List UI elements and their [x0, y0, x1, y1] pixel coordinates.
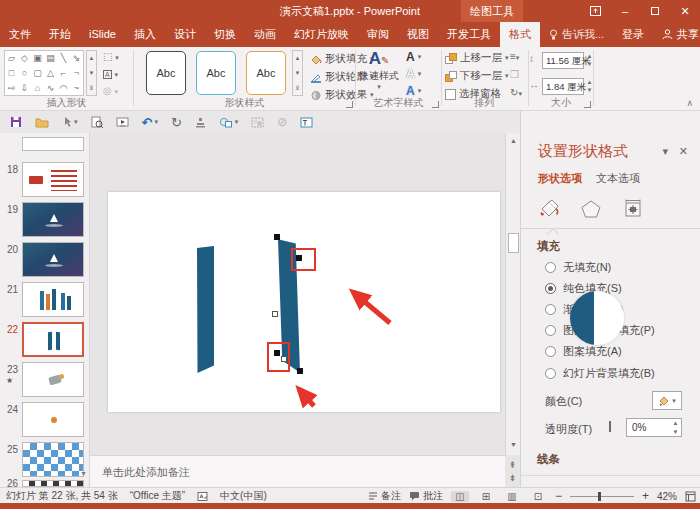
- tab-animations[interactable]: 动画: [245, 22, 285, 47]
- text-outline-button[interactable]: A▾: [406, 67, 421, 81]
- tell-me-box[interactable]: 告诉我...: [540, 22, 613, 47]
- shape-textbox-icon[interactable]: ▣: [31, 51, 44, 66]
- zoom-in-button[interactable]: +: [642, 489, 649, 503]
- previous-slide-button[interactable]: ⇞: [507, 460, 518, 470]
- undo-button[interactable]: ↶▾: [142, 115, 158, 130]
- tab-view[interactable]: 视图: [398, 22, 438, 47]
- shape-width-field[interactable]: ↔ 1.84 厘米 ▲▼: [529, 78, 593, 95]
- shape-scribble-icon[interactable]: ∿: [44, 80, 57, 95]
- slide-sorter-view-button[interactable]: ⊞: [477, 491, 495, 502]
- transparency-steppers[interactable]: ▲▼: [671, 419, 680, 437]
- touch-mode-button[interactable]: ▾: [62, 116, 78, 128]
- shape-gallery[interactable]: ▱◇▣▤╲⇘ □○▢△⌐¬ ⇨⇩⌂∿◠~: [4, 50, 84, 96]
- shape-elbow2-icon[interactable]: ¬: [70, 66, 83, 81]
- shape-styles-scroll[interactable]: ▲▼⊻: [292, 50, 303, 96]
- thumbnail-slide-20[interactable]: [22, 242, 84, 277]
- merge-shapes-button[interactable]: ◎ ▾: [103, 85, 118, 96]
- selection-handle-mid-left[interactable]: [272, 311, 278, 317]
- selection-handle-bottom-right[interactable]: [297, 368, 303, 374]
- tab-file[interactable]: 文件: [0, 22, 40, 47]
- slide-22-canvas[interactable]: [108, 192, 500, 412]
- draw-textbox-button[interactable]: A ▾: [103, 68, 118, 79]
- thumbnail-slide-17-partial[interactable]: [22, 137, 84, 151]
- stamp-button[interactable]: [195, 117, 206, 128]
- fill-color-button[interactable]: ▾: [652, 391, 682, 410]
- shape-down-arrow-icon[interactable]: ⇩: [18, 80, 31, 95]
- zoom-percentage[interactable]: 42%: [657, 491, 677, 502]
- fill-option-background[interactable]: 幻灯片背景填充(B): [545, 366, 655, 380]
- thumbnail-slide-25[interactable]: [22, 442, 84, 477]
- shape-right-arrow-icon[interactable]: ⇨: [5, 80, 18, 95]
- scroll-up-button[interactable]: ▲: [508, 137, 519, 144]
- fill-option-solid[interactable]: 纯色填充(S): [545, 281, 622, 295]
- size-properties-icon[interactable]: [619, 195, 647, 223]
- thumbnail-slide-18[interactable]: [22, 162, 84, 197]
- disabled-tool-button[interactable]: ⊘: [277, 115, 287, 129]
- thumbnail-slide-24[interactable]: [22, 402, 84, 437]
- start-slideshow-button[interactable]: [116, 117, 129, 128]
- shape-arc-icon[interactable]: ◠: [57, 80, 70, 95]
- shape-style-preview-1[interactable]: Abc: [146, 51, 186, 95]
- sign-in-button[interactable]: 登录: [613, 22, 653, 47]
- insert-shapes-button[interactable]: ▾: [219, 117, 239, 128]
- shape-styles-dialog-launcher[interactable]: [346, 101, 353, 108]
- thumbnail-slide-23[interactable]: [22, 362, 84, 397]
- thumbnail-scroll-down-button[interactable]: ▼: [80, 470, 87, 477]
- slide-counter[interactable]: 幻灯片 第 22 张, 共 54 张: [6, 489, 118, 503]
- open-button[interactable]: [35, 117, 49, 128]
- scroll-down-button[interactable]: ▼: [508, 441, 519, 448]
- reading-view-button[interactable]: ▥: [503, 491, 521, 502]
- tab-format[interactable]: 格式: [500, 22, 540, 47]
- close-button[interactable]: ✕: [670, 0, 700, 22]
- normal-view-button[interactable]: ◫: [451, 491, 469, 502]
- shape-oval-icon[interactable]: ○: [18, 66, 31, 81]
- shape-gallery-scroll[interactable]: ▲▼⊻: [86, 50, 97, 96]
- minimize-button[interactable]: –: [610, 0, 640, 22]
- fill-option-none[interactable]: 无填充(N): [545, 260, 611, 274]
- slideshow-view-button[interactable]: ⊡: [529, 491, 547, 502]
- notes-toggle-button[interactable]: 备注: [368, 489, 401, 503]
- print-preview-button[interactable]: [91, 116, 103, 128]
- bring-forward-button[interactable]: 上移一层▾: [445, 51, 509, 65]
- thumbnail-slide-21[interactable]: [22, 282, 84, 317]
- shape-frame-icon[interactable]: ▤: [44, 51, 57, 66]
- transparency-slider[interactable]: [609, 421, 611, 432]
- group-button[interactable]: [251, 117, 264, 128]
- tab-transitions[interactable]: 切换: [205, 22, 245, 47]
- tab-text-options[interactable]: 文本选项: [596, 171, 640, 186]
- tab-design[interactable]: 设计: [165, 22, 205, 47]
- tab-slideshow[interactable]: 幻灯片放映: [285, 22, 358, 47]
- tab-review[interactable]: 审阅: [358, 22, 398, 47]
- save-button[interactable]: [10, 116, 22, 128]
- share-button[interactable]: 共享: [653, 22, 700, 47]
- shape-style-preview-3[interactable]: Abc: [246, 51, 286, 95]
- fit-to-window-icon[interactable]: [685, 491, 696, 502]
- collapse-ribbon-button[interactable]: ∧: [686, 98, 693, 108]
- redo-button[interactable]: ↻: [171, 115, 182, 130]
- insert-textbox-button[interactable]: [300, 117, 313, 128]
- proofing-icon[interactable]: [197, 491, 208, 502]
- size-dialog-launcher[interactable]: [584, 101, 591, 108]
- effects-icon[interactable]: [577, 195, 605, 223]
- shape-style-preview-2[interactable]: Abc: [196, 51, 236, 95]
- fill-option-pattern[interactable]: 图案填充(A): [545, 344, 622, 358]
- shape-width-value[interactable]: 1.84 厘米: [542, 78, 584, 95]
- tab-shape-options[interactable]: 形状选项: [538, 171, 582, 186]
- thumbnail-slide-26-partial[interactable]: [22, 480, 84, 487]
- shape-rounded-rect-icon[interactable]: ▢: [31, 66, 44, 81]
- comments-toggle-button[interactable]: 批注: [409, 489, 443, 503]
- send-backward-button[interactable]: 下移一层▾: [445, 69, 509, 83]
- shape-height-field[interactable]: ↕ 11.56 厘米 ▲▼: [529, 52, 593, 69]
- shape-flowchart-icon[interactable]: ⌂: [31, 80, 44, 95]
- tab-insert[interactable]: 插入: [125, 22, 165, 47]
- zoom-out-button[interactable]: −: [555, 489, 562, 503]
- canvas-vertical-scrollbar[interactable]: ▲ ▼: [505, 133, 520, 455]
- language-indicator[interactable]: 中文(中国): [220, 489, 267, 503]
- blue-bar-shape-left[interactable]: [197, 246, 214, 373]
- group-objects-button[interactable]: ❐: [510, 69, 519, 80]
- fill-line-icon[interactable]: [535, 195, 563, 223]
- pane-menu-caret[interactable]: ▾: [662, 145, 668, 158]
- thumbnail-slide-22-selected[interactable]: [22, 322, 84, 357]
- thumbnail-slide-19[interactable]: [22, 202, 84, 237]
- shape-diamond-icon[interactable]: ◇: [18, 51, 31, 66]
